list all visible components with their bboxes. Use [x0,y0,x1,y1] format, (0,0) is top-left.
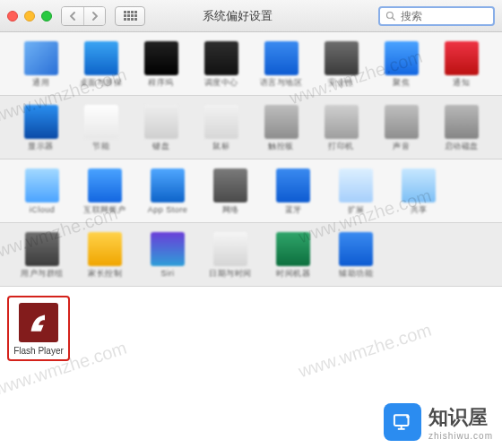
pref-tm[interactable]: 时间机器 [264,232,323,279]
pref-desktop[interactable]: 桌面与屏保 [73,41,129,88]
pref-label: 键盘 [152,142,169,151]
forward-button[interactable] [83,7,105,25]
pref-label: 通知 [453,79,470,88]
sound-icon [385,105,419,139]
language-icon [264,41,299,75]
pref-label: App Store [148,206,188,215]
pref-label: 语言与地区 [260,79,303,88]
pref-a11y[interactable]: 辅助功能 [326,232,385,279]
pref-datetime[interactable]: 日期与时间 [201,232,260,279]
dock-icon [144,41,178,75]
brand-domain: zhishiwu.com [428,431,493,441]
pref-label: 日期与时间 [209,270,252,279]
pref-label: 时间机器 [276,270,310,279]
search-input[interactable] [401,10,481,22]
pref-appstore[interactable]: App Store [138,168,197,215]
pref-icloud[interactable]: iCloud [13,168,72,215]
maximize-icon[interactable] [41,11,52,22]
third-party-panel: Flash Player [0,287,502,383]
flash-player-pref[interactable] [19,303,58,342]
pref-label: 家长控制 [88,270,122,279]
pref-general[interactable]: 通用 [13,41,69,88]
svg-rect-2 [394,415,409,426]
spotlight-icon [385,41,419,75]
pref-keyboard[interactable]: 键盘 [133,105,189,151]
pref-startup[interactable]: 启动磁盘 [433,105,489,151]
pref-label: 节能 [92,142,109,151]
pref-label: 触控板 [268,142,294,151]
pref-parental[interactable]: 家长控制 [75,232,134,279]
pref-label: 程序坞 [148,79,174,88]
titlebar: 系统偏好设置 [0,0,502,32]
printer-icon [325,105,359,139]
pref-security[interactable]: 安全性 [313,41,369,88]
datetime-icon [213,232,247,266]
pref-label: 扩展 [348,206,365,215]
pref-label: 共享 [411,206,428,215]
security-icon [325,41,359,75]
pref-ext[interactable]: 扩展 [326,168,385,215]
pref-internet[interactable]: 互联网帐户 [75,168,134,215]
pref-network[interactable]: 网络 [201,168,260,215]
network-icon [213,168,247,202]
pref-energy[interactable]: 节能 [73,105,129,151]
minimize-icon[interactable] [24,11,35,22]
pref-mouse[interactable]: 鼠标 [193,105,249,151]
site-brand: 知识屋 zhishiwu.com [384,403,493,441]
icloud-icon [25,168,59,202]
pref-displays[interactable]: 显示器 [13,105,69,151]
pref-users[interactable]: 用户与群组 [13,232,72,279]
search-icon [385,11,396,22]
trackpad-icon [264,105,299,139]
displays-icon [24,105,58,139]
svg-point-5 [406,416,409,418]
svg-point-0 [387,12,394,18]
desktop-icon [84,41,118,75]
back-button[interactable] [62,7,83,25]
bluetooth-icon [276,168,310,202]
pref-language[interactable]: 语言与地区 [253,41,309,88]
siri-icon [151,232,185,266]
pref-mission[interactable]: 调度中心 [193,41,249,88]
pref-dock[interactable]: 程序坞 [133,41,189,88]
pref-siri[interactable]: Siri [138,232,197,279]
pref-label: 蓝牙 [285,206,302,215]
svg-line-1 [393,17,395,20]
pref-label: 打印机 [328,142,354,151]
sharing-icon [402,168,436,202]
close-icon[interactable] [7,11,18,22]
nav-segment [61,6,106,26]
window-controls [7,11,52,22]
pref-label: 调度中心 [204,79,238,88]
search-field[interactable] [378,6,495,26]
brand-text-wrap: 知识屋 zhishiwu.com [428,404,493,441]
keyboard-icon [144,105,178,139]
pref-label: 显示器 [28,142,54,151]
pref-printer[interactable]: 打印机 [313,105,369,151]
tm-icon [276,232,310,266]
pref-label: 通用 [32,79,49,88]
startup-icon [445,105,479,139]
pref-label: 网络 [222,206,239,215]
pref-label: Siri [161,270,175,279]
parental-icon [88,232,122,266]
pref-notif[interactable]: 通知 [433,41,489,88]
pref-label: 声音 [393,142,410,151]
brand-name: 知识屋 [428,404,493,431]
pref-spotlight[interactable]: 聚焦 [373,41,429,88]
pref-sharing[interactable]: 共享 [389,168,448,215]
pref-label: 辅助功能 [339,270,373,279]
pref-sound[interactable]: 声音 [373,105,429,151]
pref-label: 桌面与屏保 [80,79,123,88]
pref-label: 用户与群组 [21,270,64,279]
pref-bluetooth[interactable]: 蓝牙 [264,168,323,215]
pref-label: iCloud [30,206,56,215]
energy-icon [84,105,118,139]
pref-trackpad[interactable]: 触控板 [253,105,309,151]
pref-label: 鼠标 [212,142,229,151]
users-icon [25,232,59,266]
pref-label: 聚焦 [393,79,410,88]
mouse-icon [204,105,238,139]
ext-icon [339,168,373,202]
show-all-button[interactable] [115,6,145,26]
